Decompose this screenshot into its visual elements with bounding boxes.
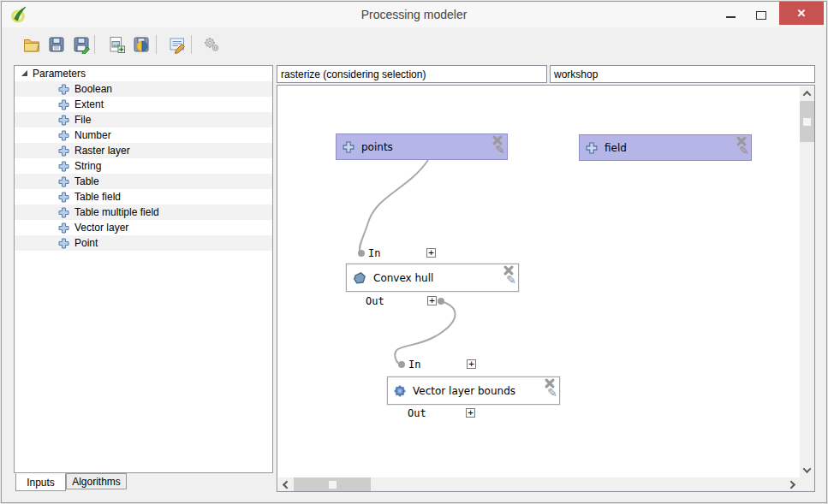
scroll-right-button[interactable] xyxy=(785,477,800,492)
algorithm-node-vector-layer-bounds[interactable]: Vector layer bounds ✎ xyxy=(387,377,560,405)
model-canvas[interactable]: points ✎ field ✎ In + Convex hull ✎ Out … xyxy=(277,85,815,492)
canvas-horizontal-scrollbar[interactable] xyxy=(278,477,800,492)
expand-in-params-button[interactable]: + xyxy=(467,359,476,369)
out-anchor-dot xyxy=(438,298,444,305)
add-parameter-icon xyxy=(58,222,69,234)
export-as-image-button[interactable] xyxy=(105,33,128,56)
tree-item-boolean[interactable]: Boolean xyxy=(15,81,272,97)
run-gears-icon xyxy=(202,35,221,54)
thumb-grip xyxy=(803,118,811,126)
tree-item-label: Table multiple field xyxy=(74,206,159,218)
tree-item-label: Extent xyxy=(74,98,104,110)
node-label: field xyxy=(605,142,627,154)
wire-convexhull-to-bounds xyxy=(395,301,455,365)
chevron-left-icon xyxy=(283,481,291,489)
minimize-button[interactable] xyxy=(716,2,745,25)
tree-item-label: Table field xyxy=(74,191,121,203)
canvas-vertical-scrollbar[interactable] xyxy=(800,86,814,477)
chevron-right-icon xyxy=(787,481,795,489)
tree-item-label: String xyxy=(74,160,101,172)
edit-node-icon[interactable]: ✎ xyxy=(739,144,749,157)
save-model-as-button[interactable] xyxy=(70,33,92,56)
export-as-python-button[interactable] xyxy=(130,33,152,56)
tree-item-table[interactable]: Table xyxy=(15,174,272,189)
chevron-down-icon xyxy=(803,465,812,473)
node-label: points xyxy=(361,141,393,153)
tree-item-label: Vector layer xyxy=(74,222,128,234)
horizontal-scroll-thumb[interactable] xyxy=(294,477,371,492)
add-parameter-icon xyxy=(343,141,354,153)
model-name-input[interactable] xyxy=(277,65,547,83)
toolbar-separator xyxy=(156,35,157,54)
tree-item-label: Raster layer xyxy=(74,145,130,157)
save-model-button[interactable] xyxy=(45,33,68,56)
add-parameter-icon xyxy=(58,145,69,157)
tree-item-label: Number xyxy=(74,129,111,141)
run-model-button[interactable] xyxy=(200,33,223,56)
tree-expanded-caret-icon[interactable] xyxy=(21,70,27,76)
scroll-down-button[interactable] xyxy=(800,463,814,477)
edit-node-icon[interactable]: ✎ xyxy=(506,273,516,287)
tree-item-raster-layer[interactable]: Raster layer xyxy=(15,143,272,158)
input-node-field[interactable]: field ✎ xyxy=(579,134,752,161)
edit-model-help-button[interactable] xyxy=(166,33,188,56)
tree-item-table-multiple-field[interactable]: Table multiple field xyxy=(15,205,272,220)
edit-node-icon[interactable]: ✎ xyxy=(495,143,505,157)
in-anchor-dot xyxy=(398,361,405,368)
add-parameter-icon xyxy=(58,176,69,187)
in-anchor-dot xyxy=(358,250,365,257)
tree-item-vector-layer[interactable]: Vector layer xyxy=(15,220,272,235)
tree-item-label: Table xyxy=(74,175,99,187)
export-image-icon xyxy=(107,35,126,54)
add-parameter-icon xyxy=(58,161,69,172)
model-group-input[interactable] xyxy=(550,65,815,83)
thumb-grip xyxy=(329,481,337,489)
tab-algorithms[interactable]: Algorithms xyxy=(66,473,127,489)
tree-item-string[interactable]: String xyxy=(15,158,272,174)
expand-in-params-button[interactable]: + xyxy=(426,248,436,258)
add-parameter-icon xyxy=(58,192,69,203)
maximize-icon xyxy=(756,11,766,20)
export-python-icon xyxy=(132,35,151,54)
vertical-scroll-thumb[interactable] xyxy=(800,101,814,142)
chevron-up-icon xyxy=(803,91,812,99)
tab-inputs[interactable]: Inputs xyxy=(15,473,66,491)
tree-item-label: Boolean xyxy=(74,83,112,95)
tree-root-parameters[interactable]: Parameters xyxy=(15,66,272,81)
add-parameter-icon xyxy=(58,115,69,126)
edit-node-icon[interactable]: ✎ xyxy=(547,386,557,400)
save-as-icon xyxy=(72,35,91,54)
tree-root-label: Parameters xyxy=(33,68,86,80)
scrollbar-corner xyxy=(800,477,814,492)
in-port-label: In xyxy=(408,359,420,371)
tree-item-table-field[interactable]: Table field xyxy=(15,189,272,205)
scroll-up-button[interactable] xyxy=(800,86,814,101)
node-label: Convex hull xyxy=(373,272,433,284)
maximize-button[interactable] xyxy=(747,2,776,25)
tree-item-number[interactable]: Number xyxy=(15,127,272,143)
tree-item-point[interactable]: Point xyxy=(15,235,272,251)
close-button[interactable]: ✕ xyxy=(779,2,824,25)
algorithm-gear-icon xyxy=(394,385,406,397)
close-icon: ✕ xyxy=(797,8,807,19)
algorithm-node-convex-hull[interactable]: Convex hull ✎ xyxy=(346,264,519,292)
tree-item-file[interactable]: File xyxy=(15,112,272,127)
toolbar-separator xyxy=(94,35,95,54)
out-port-label: Out xyxy=(366,295,384,307)
in-port-label: In xyxy=(368,247,380,259)
minimize-icon xyxy=(726,16,736,18)
title-bar[interactable]: Processing modeler ✕ xyxy=(2,2,826,27)
processing-modeler-window: Processing modeler ✕ xyxy=(1,1,827,503)
toolbar xyxy=(2,27,826,63)
input-node-points[interactable]: points ✎ xyxy=(336,133,508,160)
toolbar-separator xyxy=(191,35,192,54)
add-parameter-icon xyxy=(58,99,69,110)
add-parameter-icon xyxy=(58,207,69,218)
out-port-label: Out xyxy=(408,407,426,419)
add-parameter-icon xyxy=(58,238,69,249)
open-model-button[interactable] xyxy=(21,33,43,56)
tree-item-extent[interactable]: Extent xyxy=(15,97,272,112)
scroll-left-button[interactable] xyxy=(278,477,293,492)
expand-out-params-button[interactable]: + xyxy=(427,296,437,305)
expand-out-params-button[interactable]: + xyxy=(466,408,475,418)
